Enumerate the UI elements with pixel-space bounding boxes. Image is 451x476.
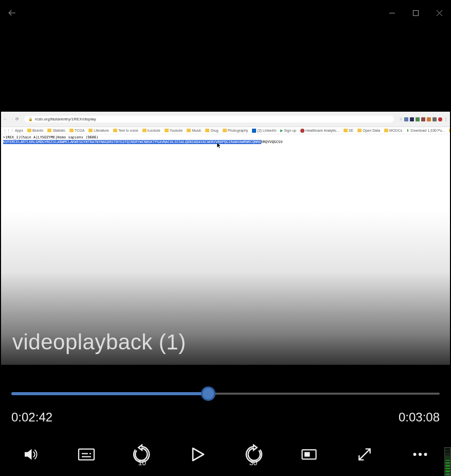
browser-reload-icon: ⟳	[15, 117, 19, 121]
bookmark-linkedin: (2) LinkedIn	[252, 129, 276, 133]
ext-icon-5	[427, 117, 431, 121]
vu-bar-3	[445, 468, 450, 469]
more-icon	[411, 445, 429, 464]
bookmark-apps: ⋮⋮⋮Apps	[3, 129, 23, 133]
subtitles-icon	[77, 445, 96, 464]
ext-icon-3	[416, 117, 420, 121]
aspect-ratio-button[interactable]	[294, 439, 324, 470]
star-icon: ☆	[399, 117, 403, 121]
current-time: 0:02:42	[11, 410, 52, 425]
ext-icon-4	[421, 117, 425, 121]
titlebar	[0, 0, 451, 26]
close-button[interactable]	[427, 5, 451, 21]
skip-forward-button[interactable]: 30	[238, 439, 269, 470]
browser-toolbar: ← → ⟳ 🔒 rcsb.org/fasta/entry/1REX/displa…	[1, 112, 450, 127]
bookmark-moocs: MOOCs	[384, 129, 402, 132]
bookmark-youtube: Youtube	[165, 129, 183, 132]
browser-url-text: rcsb.org/fasta/entry/1REX/display	[35, 117, 96, 121]
bookmark-download: ⬇Download 1,630 Po...	[406, 129, 445, 133]
svg-rect-9	[304, 452, 310, 457]
svg-rect-4	[79, 449, 94, 460]
back-button[interactable]	[0, 1, 25, 25]
bookmark-se: SE	[344, 129, 353, 132]
fasta-selected-text: KVFERCELARTLKRLGMDGYRGISLANWMCLAKWESGYNT…	[3, 140, 261, 144]
skip-back-button[interactable]: 10	[127, 439, 157, 470]
browser-menu-icon: ⋮	[444, 117, 448, 121]
skip-back-label: 10	[138, 459, 146, 467]
cursor-icon	[217, 143, 222, 150]
bookmark-ilecture: iLecture	[142, 129, 160, 132]
close-icon	[437, 10, 442, 16]
bookmark-texttovoice: Text to voice	[113, 129, 138, 132]
bookmark-drug: Drug	[205, 129, 218, 132]
vu-bar-2	[445, 470, 450, 472]
vu-bar-5	[445, 462, 450, 464]
seek-thumb[interactable]	[201, 386, 215, 401]
vu-bar-9	[445, 451, 450, 452]
skip-forward-label: 30	[249, 459, 258, 467]
minimize-icon	[389, 10, 395, 16]
bookmark-opendata: Open Data	[357, 129, 380, 132]
window-controls	[380, 5, 451, 21]
play-button[interactable]	[182, 439, 213, 470]
vu-bar-8	[445, 454, 450, 455]
svg-point-10	[413, 453, 416, 456]
fasta-text: >1REX_1|Chain A|LYSOZYME|Homo sapiens (9…	[1, 134, 450, 146]
video-title: videoplayback (1)	[12, 330, 186, 355]
fasta-unselected-text: VRQYVQGCGV	[261, 140, 283, 144]
svg-point-11	[419, 453, 422, 456]
video-frame[interactable]: ← → ⟳ 🔒 rcsb.org/fasta/entry/1REX/displa…	[1, 112, 450, 365]
svg-point-12	[424, 453, 427, 456]
vu-bar-4	[445, 465, 450, 466]
bookmark-mmr: MMR	[449, 129, 450, 132]
more-button[interactable]	[405, 439, 436, 470]
bookmark-photography: Photography	[223, 129, 248, 132]
player-controls: 0:02:42 0:03:08 10	[0, 365, 451, 476]
fullscreen-button[interactable]	[349, 439, 380, 470]
vu-bar-6	[445, 460, 450, 461]
bookmark-signup: ▶Sign up	[280, 129, 296, 133]
seek-progress	[11, 392, 208, 395]
browser-url-bar: 🔒 rcsb.org/fasta/entry/1REX/display	[24, 116, 394, 122]
browser-bookmarks-bar: ⋮⋮⋮Apps Bioinfo Statistic TCGA Literatur…	[1, 127, 450, 134]
vu-bar-10	[445, 448, 450, 450]
bookmark-bioinfo: Bioinfo	[27, 129, 43, 132]
fasta-header-line: >1REX_1|Chain A|LYSOZYME|Homo sapiens (9…	[3, 135, 98, 139]
maximize-icon	[413, 10, 419, 16]
browser-extensions: ☆ ⋮	[399, 117, 448, 121]
lock-icon: 🔒	[28, 117, 33, 121]
browser-forward-icon: →	[9, 117, 13, 121]
svg-rect-1	[413, 10, 418, 15]
fullscreen-icon	[356, 446, 373, 463]
vu-bar-7	[445, 456, 450, 458]
vu-bar-1	[445, 473, 450, 475]
maximize-button[interactable]	[404, 5, 427, 21]
volume-button[interactable]	[15, 439, 46, 470]
seek-bar[interactable]	[11, 390, 440, 398]
bookmark-music: Music	[187, 129, 201, 132]
subtitles-button[interactable]	[71, 439, 102, 470]
ext-icon-7	[438, 117, 442, 121]
play-icon	[188, 445, 207, 464]
ext-icon-1	[404, 117, 408, 121]
vu-meter	[444, 447, 451, 476]
arrow-left-icon	[7, 8, 17, 18]
ext-icon-6	[432, 117, 437, 121]
total-time: 0:03:08	[399, 410, 440, 425]
aspect-ratio-icon	[300, 445, 318, 464]
bookmark-statistic: Statistic	[47, 129, 65, 132]
bookmark-healthcare: Healthcare Analytic...	[300, 129, 339, 133]
bookmark-tcga: TCGA	[69, 129, 84, 132]
ext-icon-2	[410, 117, 414, 121]
volume-icon	[22, 445, 40, 464]
bookmark-literature: Literature	[88, 129, 109, 132]
transport-buttons: 10 30	[15, 439, 436, 470]
browser-back-icon: ←	[3, 117, 7, 121]
time-display: 0:02:42 0:03:08	[11, 410, 440, 425]
minimize-button[interactable]	[380, 5, 404, 21]
